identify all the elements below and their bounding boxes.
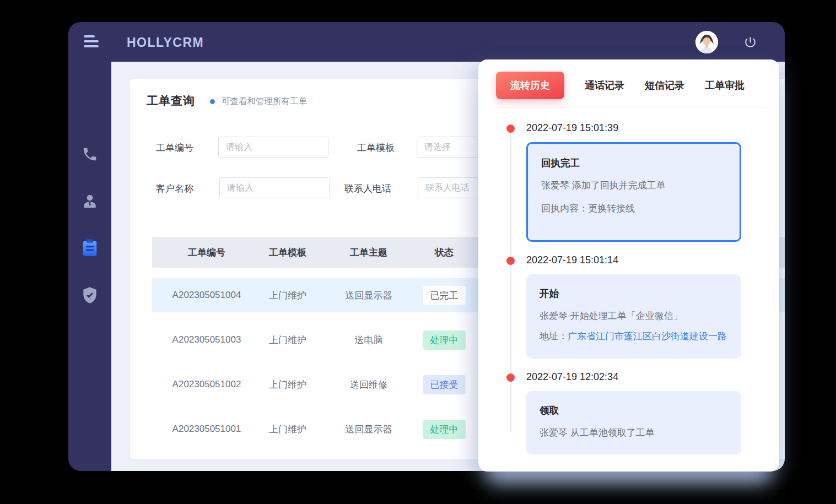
shield-check-icon[interactable] — [68, 284, 111, 306]
avatar-image — [695, 31, 718, 53]
status-badge: 已完工 — [423, 286, 466, 305]
timeline-timestamp: 2022-07-19 15:01:14 — [526, 254, 757, 266]
timeline-card-line: 张爱琴 添加了回执并完成工单 — [541, 178, 726, 193]
timeline-card-line: 回执内容：更换转接线 — [541, 201, 726, 216]
customer-label: 客户名称 — [156, 182, 193, 195]
timeline-card-receipt-done[interactable]: 回执完工 张爱琴 添加了回执并完成工单 回执内容：更换转接线 — [526, 142, 741, 242]
status-badge: 处理中 — [423, 330, 466, 350]
cell-template: 上门维护 — [269, 334, 306, 346]
timeline-card-start[interactable]: 开始 张爱琴 开始处理工单「企业微信」 地址： 广东省江门市蓬江区白沙街道建设一… — [526, 274, 741, 358]
page-title-row: 工单查询 可查看和管理所有工单 — [147, 93, 307, 109]
timeline-entry: 2022-07-19 15:01:14 开始 张爱琴 开始处理工单「企业微信」 … — [503, 254, 757, 358]
timeline-card-title: 回执完工 — [541, 156, 726, 170]
tab-call-records[interactable]: 通话记录 — [585, 79, 624, 92]
cell-subject: 送回显示器 — [346, 289, 392, 302]
blue-dot-icon — [210, 99, 215, 104]
status-badge: 处理中 — [423, 420, 466, 439]
col-header-id: 工单编号 — [188, 246, 225, 259]
cell-template: 上门维护 — [269, 378, 306, 391]
page-subtitle: 可查看和管理所有工单 — [222, 96, 307, 107]
timeline-entry: 2022-07-19 12:02:34 领取 张爱琴 从工单池领取了工单 — [503, 371, 757, 454]
sidebar-nav — [68, 62, 111, 471]
workorder-clipboard-icon[interactable] — [68, 237, 111, 259]
timeline-card-line: 张爱琴 开始处理工单「企业微信」 — [540, 308, 728, 323]
timeline-address-row: 地址： 广东省江门市蓬江区白沙街道建设一路 — [540, 329, 728, 344]
col-header-status: 状态 — [435, 246, 454, 259]
cell-template: 上门维护 — [269, 289, 306, 302]
address-link[interactable]: 广东省江门市蓬江区白沙街道建设一路 — [568, 329, 727, 344]
cell-id: A202305051001 — [172, 424, 241, 435]
tab-sms-records[interactable]: 短信记录 — [645, 79, 684, 92]
template-label: 工单模板 — [357, 142, 395, 154]
power-icon[interactable] — [743, 35, 757, 49]
panel-tabs: 流转历史 通话记录 短信记录 工单审批 — [478, 59, 779, 99]
cell-subject: 送回显示器 — [346, 423, 392, 436]
red-dot-icon — [506, 124, 515, 133]
brand-logo: HOLLYCRM — [127, 22, 204, 62]
cell-id: A202305051002 — [172, 379, 241, 390]
app-header: HOLLYCRM — [68, 22, 785, 62]
cell-subject: 送回维修 — [350, 378, 387, 391]
cell-id: A202305051003 — [172, 334, 241, 345]
red-dot-icon — [506, 373, 515, 382]
tabs-divider — [496, 107, 766, 107]
order-no-label: 工单编号 — [156, 142, 193, 154]
order-no-input[interactable] — [218, 137, 328, 158]
phone-icon[interactable] — [68, 143, 111, 165]
timeline-timestamp: 2022-07-19 15:01:39 — [526, 122, 757, 134]
page-title: 工单查询 — [147, 93, 195, 109]
user-avatar[interactable] — [695, 31, 718, 53]
col-header-subject: 工单主题 — [350, 246, 387, 259]
timeline-card-claim[interactable]: 领取 张爱琴 从工单池领取了工单 — [526, 391, 741, 454]
cell-subject: 送电脑 — [355, 334, 383, 346]
timeline: 2022-07-19 15:01:39 回执完工 张爱琴 添加了回执并完成工单 … — [503, 122, 757, 454]
contact-icon[interactable] — [68, 190, 111, 212]
tab-transfer-history[interactable]: 流转历史 — [496, 72, 564, 99]
col-header-template: 工单模板 — [269, 246, 306, 259]
address-label: 地址： — [540, 329, 568, 344]
history-panel: 流转历史 通话记录 短信记录 工单审批 2022-07-19 15:01:39 … — [478, 59, 779, 472]
cell-template: 上门维护 — [269, 423, 306, 436]
timeline-card-line: 张爱琴 从工单池领取了工单 — [540, 425, 728, 440]
timeline-timestamp: 2022-07-19 12:02:34 — [526, 371, 757, 383]
timeline-card-title: 领取 — [540, 404, 728, 417]
timeline-entry: 2022-07-19 15:01:39 回执完工 张爱琴 添加了回执并完成工单 … — [503, 122, 757, 242]
cell-id: A202305051004 — [172, 290, 241, 301]
status-badge: 已接受 — [423, 375, 466, 394]
phone-label: 联系人电话 — [344, 182, 391, 195]
customer-input[interactable] — [219, 177, 330, 198]
tab-approval[interactable]: 工单审批 — [705, 79, 745, 92]
timeline-card-title: 开始 — [540, 287, 728, 300]
menu-icon[interactable] — [84, 35, 100, 48]
red-dot-icon — [506, 257, 515, 265]
